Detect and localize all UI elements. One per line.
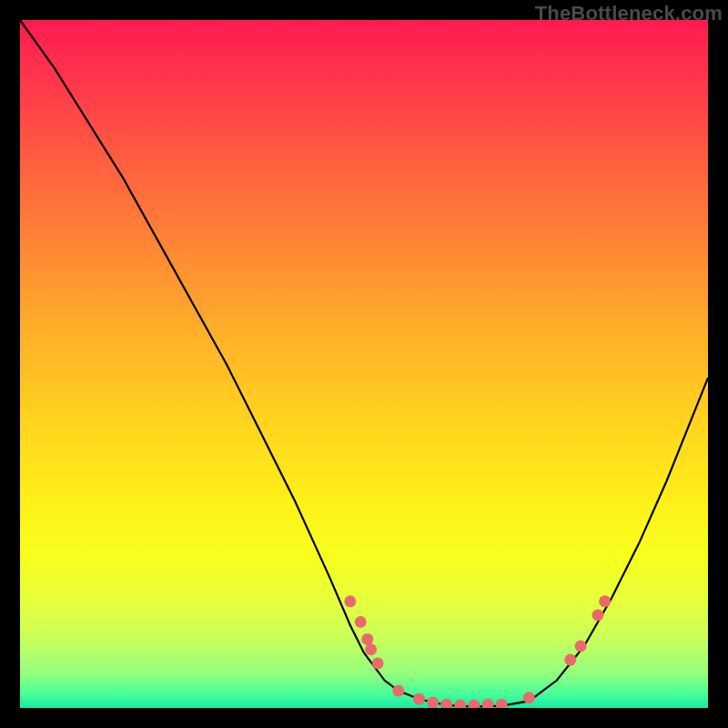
data-point (592, 609, 604, 621)
chart-frame (20, 20, 708, 708)
data-point (372, 657, 384, 669)
data-point (440, 699, 452, 708)
data-point (413, 693, 425, 705)
data-point (361, 633, 373, 645)
data-point (392, 685, 404, 697)
data-point (496, 699, 508, 708)
data-point (344, 595, 356, 607)
data-point (482, 699, 494, 708)
data-markers (344, 595, 611, 708)
watermark-text: TheBottleneck.com (535, 2, 723, 25)
chart-svg (20, 20, 708, 708)
plot-area (20, 20, 708, 708)
data-point (454, 700, 466, 709)
data-point (599, 595, 611, 607)
data-point (564, 654, 576, 666)
data-point (355, 616, 367, 628)
data-point (575, 641, 587, 652)
data-point (427, 697, 439, 709)
data-point (523, 692, 535, 703)
data-point (469, 700, 480, 709)
data-point (365, 643, 377, 655)
